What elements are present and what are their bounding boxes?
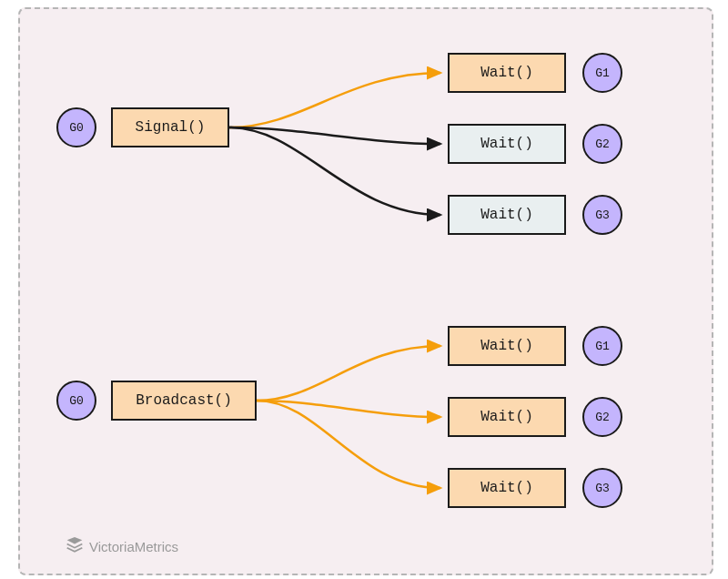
broadcast-op-box: Broadcast() [111, 381, 257, 421]
signal-wait-goroutine-1: G1 [582, 53, 622, 93]
watermark-text: VictoriaMetrics [89, 539, 178, 554]
signal-source-goroutine: G0 [56, 107, 96, 147]
watermark-logo-icon [66, 537, 84, 555]
broadcast-wait-goroutine-3: G3 [582, 468, 622, 508]
signal-wait-box-2: Wait() [448, 124, 566, 164]
broadcast-wait-box-3: Wait() [448, 468, 566, 508]
broadcast-arrow-3 [257, 401, 440, 488]
signal-op-box: Signal() [111, 107, 229, 147]
diagram-canvas: G0 Signal() Wait() G1 Wait() G2 Wait() G… [18, 7, 713, 575]
broadcast-wait-box-1: Wait() [448, 326, 566, 366]
signal-arrow-3 [229, 127, 440, 215]
signal-wait-goroutine-2: G2 [582, 124, 622, 164]
broadcast-wait-box-2: Wait() [448, 397, 566, 437]
signal-wait-goroutine-3: G3 [582, 195, 622, 235]
signal-wait-box-1: Wait() [448, 53, 566, 93]
broadcast-arrow-2 [257, 401, 440, 417]
watermark: VictoriaMetrics [66, 537, 178, 555]
broadcast-wait-goroutine-2: G2 [582, 397, 622, 437]
signal-arrow-2 [229, 127, 440, 144]
signal-arrow-1 [229, 73, 440, 127]
broadcast-arrow-1 [257, 346, 440, 401]
signal-wait-box-3: Wait() [448, 195, 566, 235]
broadcast-wait-goroutine-1: G1 [582, 326, 622, 366]
broadcast-source-goroutine: G0 [56, 381, 96, 421]
